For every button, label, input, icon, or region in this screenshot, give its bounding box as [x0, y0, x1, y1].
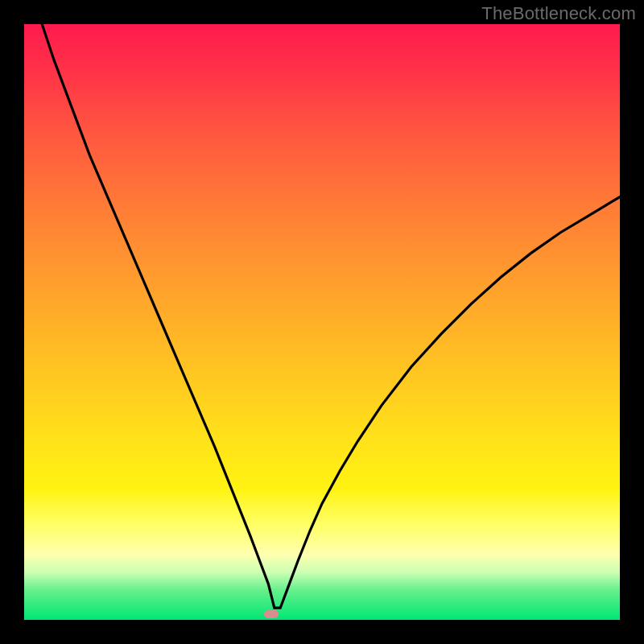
- watermark-text: TheBottleneck.com: [481, 3, 636, 24]
- chart-frame: TheBottleneck.com: [0, 0, 644, 644]
- plot-area: [24, 24, 620, 620]
- bottleneck-curve: [24, 24, 620, 620]
- optimum-marker: [264, 610, 279, 618]
